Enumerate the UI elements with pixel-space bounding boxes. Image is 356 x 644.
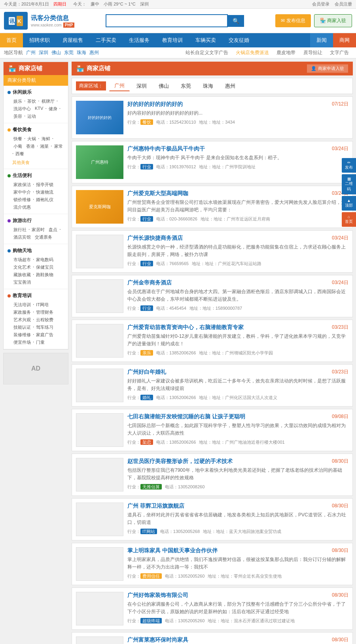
cat-link[interactable]: 市场超市 — [12, 256, 32, 263]
search-button[interactable]: 🔍 — [228, 15, 244, 27]
float-post-btn[interactable]: ✏ 发布 — [342, 158, 356, 173]
cat-link[interactable]: 娱乐 — [12, 98, 23, 105]
nav-dating[interactable]: 交友征婚 — [222, 33, 256, 47]
cat-link[interactable]: 快餐 — [12, 136, 23, 142]
float-qr-btn[interactable]: ▦ 二维码 — [342, 174, 356, 194]
cat-link[interactable]: 家庭广告 — [35, 331, 55, 338]
listing-link-8[interactable]: 赵世员医疗美容整形诊所，过硬的手术技术 — [127, 458, 233, 464]
cat-link[interactable]: 家政服务 — [12, 309, 32, 316]
cat-link[interactable]: 运动 — [26, 113, 37, 120]
deer-link[interactable]: 鹿皮地带 — [276, 50, 295, 55]
cat-link[interactable]: 跑鞋换物 — [35, 271, 55, 278]
cat-link[interactable]: 小葡 — [12, 143, 23, 150]
cat-link[interactable]: IT网培 — [35, 301, 50, 308]
cat-link[interactable]: 婚袍礼仪 — [35, 196, 55, 203]
cat-link[interactable]: 洗浴中心 — [12, 105, 32, 112]
cat-link[interactable]: 家常 — [53, 143, 64, 150]
float-top-btn[interactable]: ▲ 顶部 — [342, 196, 356, 211]
cat-link[interactable]: 云程较费 — [35, 316, 55, 323]
cat-link[interactable]: 茶饮 — [26, 98, 37, 105]
city-tab-fs[interactable]: 佛山 — [153, 81, 174, 91]
member-login-link[interactable]: 会员登录 — [312, 2, 329, 6]
listing-link-5[interactable]: 广州爱育幼苗教育资询中心，右脑潜能教育专家 — [127, 324, 244, 330]
cat-link[interactable]: 文化艺术 — [12, 264, 32, 271]
cat-link[interactable]: 装修维修 — [12, 331, 32, 338]
cat-link[interactable]: 快速物流 — [35, 189, 55, 196]
cat-link[interactable]: 健身 — [47, 105, 59, 112]
nav-jobs[interactable]: 招聘求职 — [23, 33, 56, 47]
listing-link-9[interactable]: 广州 菲辉卫浴旗旗舰店 — [127, 503, 184, 509]
listing-link-3[interactable]: 广州长源快捷商务酒店 — [127, 235, 183, 241]
cat-link[interactable]: 管理财务 — [35, 309, 55, 316]
cat-link[interactable]: 门童 — [35, 339, 46, 346]
nav-commerce[interactable]: 商网 — [333, 33, 356, 47]
listing-link-4[interactable]: 广州金帝商务酒店 — [127, 279, 172, 286]
dot-edu — [8, 294, 11, 298]
listing-link-1[interactable]: 广州惠特牛肉干极品风干牛肉干 — [127, 145, 205, 152]
search-input[interactable] — [106, 14, 228, 27]
cat-link[interactable]: 家政保洁 — [12, 181, 32, 188]
listing-link-11[interactable]: 广州好饰家装饰有限公司 — [127, 592, 188, 598]
nav-home[interactable]: 首页 — [0, 33, 23, 47]
city-hz[interactable]: 惠州 — [89, 49, 99, 56]
nav-housing[interactable]: 房屋租售 — [56, 33, 89, 47]
city-tab-dg[interactable]: 东莞 — [176, 81, 196, 91]
listing-link-6[interactable]: 广州好白年婚礼 — [127, 369, 166, 375]
phone-8: 13052008260 — [178, 484, 205, 489]
nav-secondhand[interactable]: 二手买卖 — [89, 33, 123, 47]
listing-link-7[interactable]: 七田右脑潜能开发映惺沉睡的右脑 让孩子更聪明 — [127, 413, 245, 420]
listing-link-12[interactable]: 广州富莱惠环保时尚家具 — [127, 636, 188, 643]
city-tab-zh[interactable]: 珠海 — [198, 81, 218, 91]
listing-link-0[interactable]: 好的好的好的好的好的 — [127, 101, 183, 107]
nav-vehicles[interactable]: 车辆买卖 — [189, 33, 222, 47]
cat-link[interactable]: 交通票务 — [34, 234, 53, 241]
city-tab-gz[interactable]: 广州 — [109, 81, 130, 91]
cat-link[interactable]: 家居时 — [30, 226, 46, 233]
cat-link[interactable]: 报亭开锁 — [35, 181, 55, 188]
custom-ad-link[interactable]: 站长自定义文字广告 — [186, 50, 228, 55]
cat-link[interactable]: 羡容 — [12, 113, 23, 120]
hotpot-link[interactable]: 火锅店免费派送 — [236, 50, 269, 55]
cat-link[interactable]: 西餐 — [14, 151, 25, 157]
cat-link[interactable]: 锁价维修 — [12, 196, 32, 203]
cat-link[interactable]: 宝宝善消 — [12, 279, 32, 286]
merchant-join-button[interactable]: 🏪 商家入驻 — [314, 14, 352, 27]
city-gz[interactable]: 广州 — [26, 49, 36, 56]
cat-link[interactable]: 海鲜 — [40, 136, 51, 142]
text-ad-link[interactable]: 文字广告 — [330, 50, 349, 55]
cat-link[interactable]: 驾车练习 — [35, 324, 55, 331]
cat-link[interactable]: 旅行社 — [12, 226, 28, 233]
cat-link[interactable]: 流介优惠 — [12, 204, 32, 211]
nav-news[interactable]: 新闻 — [310, 33, 333, 47]
float-home-btn[interactable]: ⌂ 首页 — [342, 212, 356, 227]
cat-link[interactable]: 家中中介 — [12, 189, 32, 196]
cat-link[interactable]: 无法培训 — [12, 301, 32, 308]
member-register-link[interactable]: 会员注册 — [335, 2, 352, 6]
cane-link[interactable]: 蔗导拈让 — [303, 50, 322, 55]
cat-link[interactable]: 盘点 — [47, 226, 59, 233]
nav-education[interactable]: 教育培训 — [156, 33, 189, 47]
cat-link[interactable]: 火锅 — [26, 136, 37, 142]
cat-link[interactable]: 艺术兴观 — [12, 316, 32, 323]
cat-link[interactable]: 家电数码 — [35, 256, 55, 263]
cat-link[interactable]: KTV — [34, 105, 44, 112]
cat-link[interactable]: 技能认证 — [12, 324, 32, 331]
listing-link-10[interactable]: 掌上明珠家具 中国航天事业合作伙伴 — [127, 547, 218, 554]
city-tab-hz[interactable]: 惠州 — [220, 81, 240, 91]
city-fs[interactable]: 佛山 — [51, 49, 61, 56]
city-zh[interactable]: 珠海 — [77, 49, 86, 56]
city-sz[interactable]: 深圳 — [39, 49, 48, 56]
cat-link[interactable]: 便宜件场 — [12, 339, 32, 346]
merchant-apply-btn[interactable]: 👤 商家申请入驻 — [307, 64, 348, 73]
cat-link[interactable]: 湘菜 — [39, 143, 50, 150]
nav-life[interactable]: 生活服务 — [123, 33, 156, 47]
cat-link[interactable]: 藏族收藏 — [12, 271, 32, 278]
cat-link[interactable]: 保健宝贝 — [35, 264, 55, 271]
cat-link[interactable]: 香港 — [25, 143, 36, 150]
listing-link-2[interactable]: 广州爱克斯大型高端网咖 — [127, 190, 188, 196]
cat-link[interactable]: 棋牌厅 — [40, 98, 56, 105]
cat-link[interactable]: 酒店宾馆 — [12, 234, 32, 241]
post-info-button[interactable]: ✉ 发布信息 — [275, 14, 311, 27]
city-dg[interactable]: 东莞 — [64, 49, 74, 56]
city-tab-sz[interactable]: 深圳 — [131, 81, 152, 91]
